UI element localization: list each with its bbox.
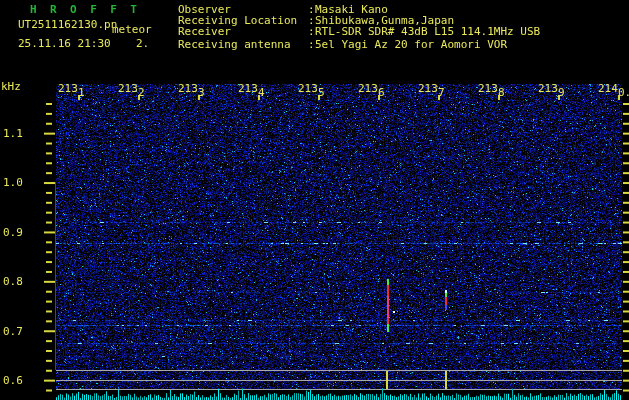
time-tick-label: 2137: [418, 83, 445, 94]
antenna-label: Receiving antenna: [178, 39, 291, 50]
freq-tick-label: 0.8: [3, 276, 29, 287]
time-tick-label: 2134: [238, 83, 265, 94]
freq-tick-label: 1.0: [3, 177, 29, 188]
hrofft-window: H R O F F T UT2511162130.pn meteor 25.11…: [0, 0, 629, 400]
output-filename: UT2511162130.pn: [18, 19, 117, 30]
time-tick-label: 2139: [538, 83, 565, 94]
app-title: H R O F F T: [30, 4, 140, 15]
freq-tick-label: 0.9: [3, 227, 29, 238]
freq-tick-label: 0.6: [3, 375, 29, 386]
freq-axis-unit: kHz: [1, 81, 21, 92]
separator: :: [308, 39, 315, 50]
date-time: 25.11.16 21:30: [18, 38, 111, 49]
freq-tick-label: 1.1: [3, 128, 29, 139]
time-tick-label: 2138: [478, 83, 505, 94]
time-tick-label: 2132: [118, 83, 145, 94]
separator: :: [308, 26, 315, 37]
counter: 2.: [136, 38, 149, 49]
mode-label: meteor: [112, 24, 152, 35]
receiver-label: Receiver: [178, 26, 231, 37]
receiver-value: RTL-SDR SDR# 43dB L15 114.1MHz USB: [315, 26, 540, 37]
time-tick-label: 2140.: [598, 83, 629, 94]
time-tick-label: 2135: [298, 83, 325, 94]
time-tick-label: 2136: [358, 83, 385, 94]
antenna-value: 5el Yagi Az 20 for Aomori VOR: [315, 39, 507, 50]
spectrogram-canvas: [0, 0, 629, 400]
time-tick-label: 2133: [178, 83, 205, 94]
time-tick-label: 2131: [58, 83, 85, 94]
freq-tick-label: 0.7: [3, 326, 29, 337]
